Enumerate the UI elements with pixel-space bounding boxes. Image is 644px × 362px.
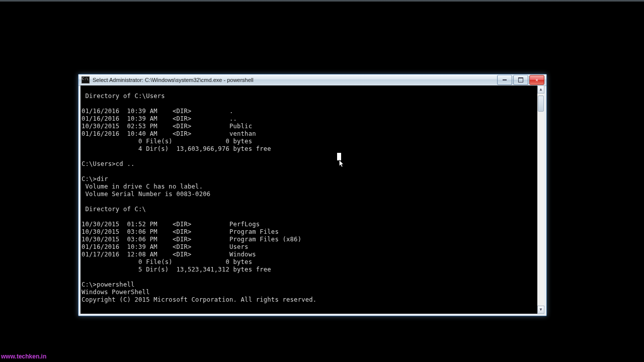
scroll-thumb[interactable] <box>538 96 544 112</box>
cmd-window: Select Administrator: C:\Windows\system3… <box>78 74 547 316</box>
watermark-link[interactable]: www.techken.in <box>1 353 46 360</box>
maximize-button[interactable] <box>513 75 528 85</box>
close-icon <box>535 77 538 82</box>
minimize-button[interactable] <box>497 75 512 85</box>
caption-buttons <box>496 75 544 85</box>
close-button[interactable] <box>529 75 544 85</box>
text-selection-caret <box>337 153 341 160</box>
console-output[interactable]: Directory of C:\Users 01/16/2016 10:39 A… <box>82 93 536 307</box>
top-edge-bar <box>0 0 644 2</box>
scroll-up-button[interactable]: ▲ <box>537 85 544 94</box>
minimize-icon <box>503 79 507 80</box>
vertical-scrollbar[interactable]: ▲ ▼ <box>537 85 544 314</box>
maximize-icon <box>518 77 523 82</box>
chevron-up-icon: ▲ <box>540 87 542 92</box>
scroll-track[interactable] <box>537 94 544 306</box>
window-title: Select Administrator: C:\Windows\system3… <box>93 77 254 83</box>
scroll-down-button[interactable]: ▼ <box>537 306 544 314</box>
console-client-area[interactable]: Directory of C:\Users 01/16/2016 10:39 A… <box>80 85 544 314</box>
title-bar[interactable]: Select Administrator: C:\Windows\system3… <box>78 74 546 86</box>
cmd-icon <box>82 76 90 83</box>
chevron-down-icon: ▼ <box>540 308 542 312</box>
